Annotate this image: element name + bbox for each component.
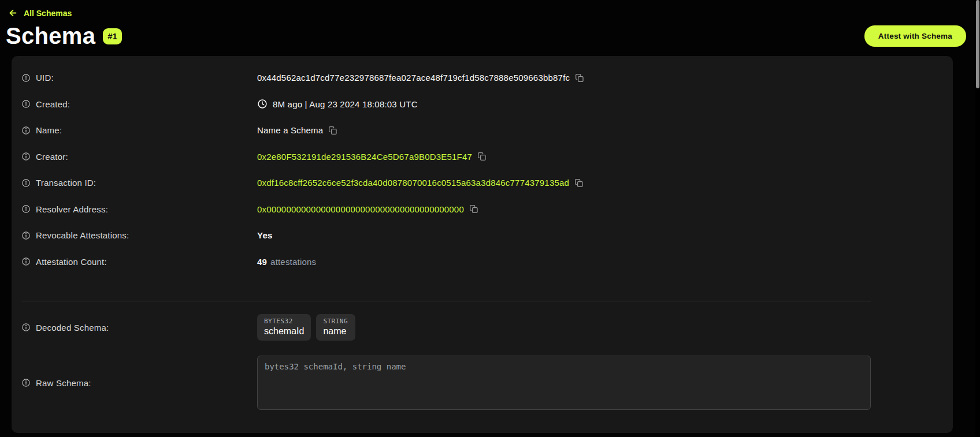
info-icon — [21, 204, 31, 214]
copy-icon[interactable] — [469, 204, 478, 214]
section-divider — [21, 301, 871, 301]
info-icon — [21, 152, 31, 161]
creator-label: Creator: — [36, 152, 68, 162]
created-label-cell: Created: — [21, 99, 257, 109]
decoded-schema-fields: BYTES32 schemaId STRING name — [257, 314, 355, 341]
back-link-label: All Schemas — [24, 9, 72, 18]
copy-icon[interactable] — [477, 152, 487, 161]
clock-icon — [257, 99, 268, 109]
decoded-schema-label-cell: Decoded Schema: — [21, 323, 257, 333]
info-icon — [21, 73, 31, 83]
raw-schema-row: Raw Schema: bytes32 schemaId, string nam… — [21, 356, 871, 410]
schema-name-value: Name a Schema — [257, 125, 323, 135]
info-icon — [21, 323, 31, 332]
info-icon — [21, 178, 31, 188]
field-name: name — [323, 326, 348, 337]
attestation-count-label: Attestation Count: — [36, 257, 107, 267]
attestation-count-row: Attestation Count: 49 attestations — [21, 249, 871, 275]
transaction-id-link[interactable]: 0xdf16c8cff2652c6ce52f3cda40d0878070016c… — [257, 178, 569, 188]
revocable-value: Yes — [257, 230, 272, 240]
created-label: Created: — [36, 99, 70, 109]
back-to-all-schemas-link[interactable]: All Schemas — [8, 8, 72, 18]
info-icon — [21, 378, 31, 387]
resolver-label-cell: Resolver Address: — [21, 204, 257, 214]
scrollbar-track[interactable] — [975, 0, 980, 437]
transaction-id-label-cell: Transaction ID: — [21, 178, 257, 188]
name-label: Name: — [36, 125, 62, 135]
created-row: Created: 8M ago | Aug 23 2024 18:08:03 U… — [21, 91, 871, 118]
info-icon — [21, 231, 31, 240]
revocable-attestations-label: Revocable Attestations: — [36, 230, 129, 240]
page-title: Schema — [6, 23, 95, 49]
info-icon — [21, 126, 31, 135]
raw-schema-label: Raw Schema: — [36, 378, 91, 388]
transaction-id-row: Transaction ID: 0xdf16c8cff2652c6ce52f3c… — [21, 170, 871, 196]
creator-row: Creator: 0x2e80F532191de291536B24Ce5D67a… — [21, 144, 871, 170]
attestation-count-value: 49 — [257, 257, 267, 267]
resolver-address-label: Resolver Address: — [36, 204, 108, 214]
arrow-left-icon — [8, 8, 18, 18]
raw-schema-textarea[interactable]: bytes32 schemaId, string name — [257, 356, 871, 410]
uid-row: UID: 0x44d562ac1d7cd77e232978687fea027ac… — [21, 65, 871, 91]
field-type: BYTES32 — [264, 318, 304, 325]
name-row: Name: Name a Schema — [21, 117, 871, 144]
uid-value: 0x44d562ac1d7cd77e232978687fea027ace48f7… — [257, 73, 570, 83]
schema-detail-card: UID: 0x44d562ac1d7cd77e232978687fea027ac… — [12, 56, 953, 433]
field-type: STRING — [323, 318, 348, 325]
schema-field-chip: BYTES32 schemaId — [257, 314, 311, 341]
attestations-link[interactable]: attestations — [270, 257, 316, 267]
creator-label-cell: Creator: — [21, 152, 257, 162]
schema-number-badge: #1 — [103, 28, 122, 44]
decoded-schema-row: Decoded Schema: BYTES32 schemaId STRING … — [21, 314, 871, 341]
attestation-count-label-cell: Attestation Count: — [21, 257, 257, 267]
uid-label-cell: UID: — [21, 73, 257, 83]
copy-icon[interactable] — [574, 178, 584, 188]
created-value: 8M ago | Aug 23 2024 18:08:03 UTC — [273, 99, 418, 109]
schema-detail-page: All Schemas Schema #1 Attest with Schema… — [0, 0, 980, 433]
revocable-attestations-row: Revocable Attestations: Yes — [21, 222, 871, 249]
resolver-address-link[interactable]: 0x00000000000000000000000000000000000000… — [257, 204, 464, 214]
name-label-cell: Name: — [21, 125, 257, 135]
attest-with-schema-button[interactable]: Attest with Schema — [864, 25, 966, 47]
transaction-id-label: Transaction ID: — [36, 178, 96, 188]
scrollbar-thumb[interactable] — [976, 0, 979, 88]
schema-field-chip: STRING name — [316, 314, 355, 341]
copy-icon[interactable] — [328, 126, 337, 135]
info-icon — [21, 99, 31, 109]
title-row: Schema #1 Attest with Schema — [6, 23, 966, 49]
revocable-label-cell: Revocable Attestations: — [21, 230, 257, 240]
copy-icon[interactable] — [575, 73, 584, 83]
uid-label: UID: — [36, 73, 54, 83]
raw-schema-label-cell: Raw Schema: — [21, 378, 257, 388]
info-icon — [21, 257, 31, 266]
resolver-address-row: Resolver Address: 0x00000000000000000000… — [21, 196, 871, 223]
creator-address-link[interactable]: 0x2e80F532191de291536B24Ce5D67a9B0D3E51F… — [257, 152, 472, 162]
field-name: schemaId — [264, 326, 304, 337]
decoded-schema-label: Decoded Schema: — [36, 323, 109, 333]
